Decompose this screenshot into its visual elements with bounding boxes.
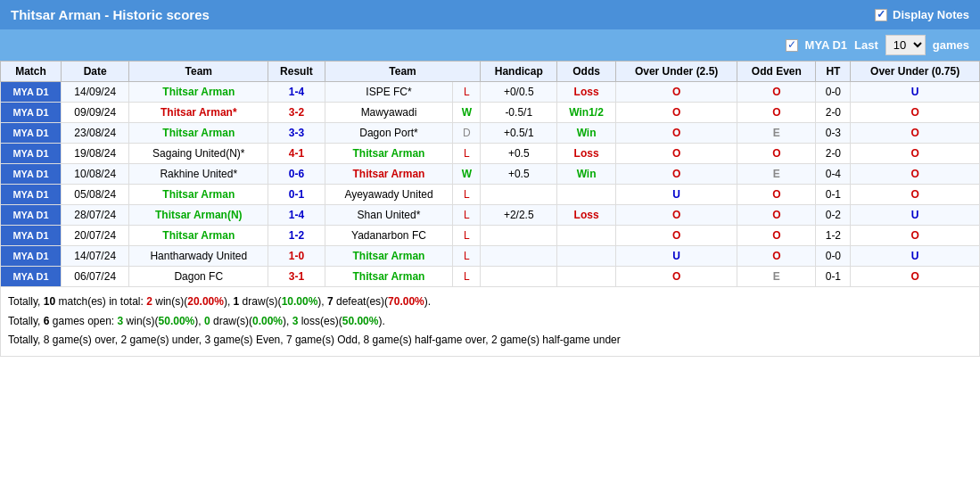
table-row-ht: 0-1 xyxy=(816,185,851,205)
table-row-match: MYA D1 xyxy=(1,226,62,246)
table-row-ou075: O xyxy=(851,164,980,185)
table-row-result: 0-1 xyxy=(268,185,325,205)
table-row-date: 09/09/24 xyxy=(62,103,129,123)
table-row-ou25: O xyxy=(616,144,737,164)
page-container: Thitsar Arman - Historic scores Display … xyxy=(0,0,980,357)
table-row-handicap xyxy=(481,267,557,287)
table-row-ou075: O xyxy=(851,226,980,246)
table-row-team1: Thitsar Arman xyxy=(129,82,268,103)
table-row-ou075: O xyxy=(851,185,980,205)
display-notes-label: Display Notes xyxy=(893,8,969,21)
table-row-ht: 2-0 xyxy=(816,103,851,123)
table-row-oe: O xyxy=(737,144,816,164)
col-ou075: Over Under (0.75) xyxy=(851,62,980,82)
table-row-ou25: O xyxy=(616,164,737,185)
table-row-handicap xyxy=(481,246,557,267)
table-row-result: 1-2 xyxy=(268,226,325,246)
table-row-match: MYA D1 xyxy=(1,103,62,123)
table-row-match: MYA D1 xyxy=(1,205,62,226)
table-row-result: 3-2 xyxy=(268,103,325,123)
table-row-ou25: U xyxy=(616,246,737,267)
table-row-ou25: O xyxy=(616,267,737,287)
table-row-team1: Thitsar Arman* xyxy=(129,103,268,123)
table-row-result: 3-1 xyxy=(268,267,325,287)
table-row-team2: Thitsar Arman xyxy=(325,267,453,287)
table-row-ou075: O xyxy=(851,123,980,144)
table-row-ht: 2-0 xyxy=(816,144,851,164)
mya-d1-checkbox[interactable] xyxy=(786,39,798,52)
table-row-oe: O xyxy=(737,205,816,226)
table-row-date: 23/08/24 xyxy=(62,123,129,144)
table-row-wl: L xyxy=(453,267,481,287)
table-row-result: 1-4 xyxy=(268,205,325,226)
table-row-team2: Yadanarbon FC xyxy=(325,226,453,246)
table-row-ou075: O xyxy=(851,267,980,287)
table-row-result: 1-0 xyxy=(268,246,325,267)
table-row-odds: Loss xyxy=(557,82,616,103)
table-row-result: 3-3 xyxy=(268,123,325,144)
table-row-team2: Thitsar Arman xyxy=(325,164,453,185)
page-title: Thitsar Arman - Historic scores xyxy=(11,7,210,22)
table-row-handicap: +0.5 xyxy=(481,164,557,185)
col-oe: Odd Even xyxy=(737,62,816,82)
header-right: Display Notes xyxy=(875,8,969,21)
table-row-handicap: +2/2.5 xyxy=(481,205,557,226)
table-row-ht: 0-2 xyxy=(816,205,851,226)
table-row-match: MYA D1 xyxy=(1,185,62,205)
table-row-wl: W xyxy=(453,103,481,123)
table-row-oe: O xyxy=(737,185,816,205)
table-row-result: 4-1 xyxy=(268,144,325,164)
games-select[interactable]: 10 20 30 xyxy=(885,35,926,55)
table-row-ou075: U xyxy=(851,205,980,226)
table-row-wl: L xyxy=(453,144,481,164)
table-row-team2: ISPE FC* xyxy=(325,82,453,103)
table-row-odds xyxy=(557,226,616,246)
table-row-team1: Sagaing United(N)* xyxy=(129,144,268,164)
table-row-ou25: U xyxy=(616,185,737,205)
table-row-team2: Thitsar Arman xyxy=(325,144,453,164)
col-match: Match xyxy=(1,62,62,82)
table-row-oe: E xyxy=(737,267,816,287)
table-row-wl: L xyxy=(453,226,481,246)
table-row-team2: Shan United* xyxy=(325,205,453,226)
table-row-handicap xyxy=(481,226,557,246)
table-row-ou25: O xyxy=(616,205,737,226)
table-row-wl: W xyxy=(453,164,481,185)
table-row-odds: Win1/2 xyxy=(557,103,616,123)
table-row-oe: E xyxy=(737,123,816,144)
table-row-odds: Win xyxy=(557,123,616,144)
table-row-ht: 1-2 xyxy=(816,226,851,246)
table-row-date: 06/07/24 xyxy=(62,267,129,287)
table-row-wl: L xyxy=(453,205,481,226)
league-label: MYA D1 xyxy=(805,38,847,52)
table-row-oe: O xyxy=(737,226,816,246)
table-row-team1: Thitsar Arman(N) xyxy=(129,205,268,226)
scores-table: Match Date Team Result Team Handicap Odd… xyxy=(0,61,980,287)
table-row-team2: Thitsar Arman xyxy=(325,246,453,267)
footer-line-3: Totally, 8 game(s) over, 2 game(s) under… xyxy=(8,331,972,350)
table-row-ou25: O xyxy=(616,123,737,144)
table-row-team2: Ayeyawady United xyxy=(325,185,453,205)
table-row-handicap xyxy=(481,185,557,205)
table-row-team1: Rakhine United* xyxy=(129,164,268,185)
table-row-odds xyxy=(557,267,616,287)
table-row-ou075: O xyxy=(851,103,980,123)
table-row-result: 1-4 xyxy=(268,82,325,103)
table-row-handicap: +0.5/1 xyxy=(481,123,557,144)
col-ht: HT xyxy=(816,62,851,82)
controls-bar: MYA D1 Last 10 20 30 games xyxy=(0,29,980,61)
table-row-match: MYA D1 xyxy=(1,82,62,103)
table-row-team2: Dagon Port* xyxy=(325,123,453,144)
table-row-team1: Thitsar Arman xyxy=(129,123,268,144)
display-notes-checkbox[interactable] xyxy=(875,9,887,21)
table-row-match: MYA D1 xyxy=(1,164,62,185)
table-row-ht: 0-3 xyxy=(816,123,851,144)
table-row-date: 10/08/24 xyxy=(62,164,129,185)
table-row-result: 0-6 xyxy=(268,164,325,185)
table-row-wl: L xyxy=(453,82,481,103)
table-row-oe: E xyxy=(737,164,816,185)
games-label: games xyxy=(933,38,969,52)
footer-line-1: Totally, 10 match(es) in total: 2 win(s)… xyxy=(8,293,972,312)
table-row-wl: L xyxy=(453,185,481,205)
table-row-handicap: +0.5 xyxy=(481,144,557,164)
